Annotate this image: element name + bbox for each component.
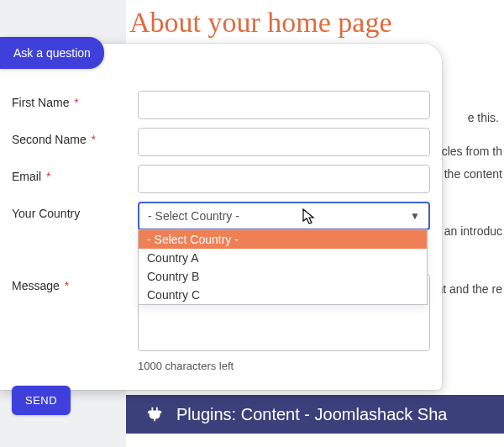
chars-left: 1000 characters left: [138, 360, 430, 372]
email-input[interactable]: [138, 165, 430, 193]
first-name-label: First Name *: [12, 91, 138, 109]
email-label: Email *: [12, 165, 138, 183]
page-title: About your home page: [129, 7, 504, 39]
message-label: Message *: [12, 274, 138, 292]
send-button[interactable]: SEND: [12, 386, 71, 415]
chevron-down-icon: ▼: [410, 210, 420, 222]
country-selected-value: - Select Country -: [148, 209, 239, 223]
country-option[interactable]: - Select Country -: [139, 230, 427, 249]
country-option[interactable]: Country C: [139, 286, 427, 304]
country-option[interactable]: Country A: [139, 249, 427, 267]
contact-panel: Ask a question First Name * Second Name …: [0, 44, 442, 390]
country-select[interactable]: - Select Country - ▼: [138, 202, 430, 230]
country-label: Your Country: [12, 202, 138, 220]
second-name-label: Second Name *: [12, 128, 138, 146]
second-name-input[interactable]: [138, 128, 430, 156]
ask-question-tab[interactable]: Ask a question: [0, 37, 104, 69]
country-dropdown[interactable]: - Select Country - Country A Country B C…: [138, 229, 428, 305]
first-name-input[interactable]: [138, 91, 430, 119]
country-option[interactable]: Country B: [139, 267, 427, 286]
